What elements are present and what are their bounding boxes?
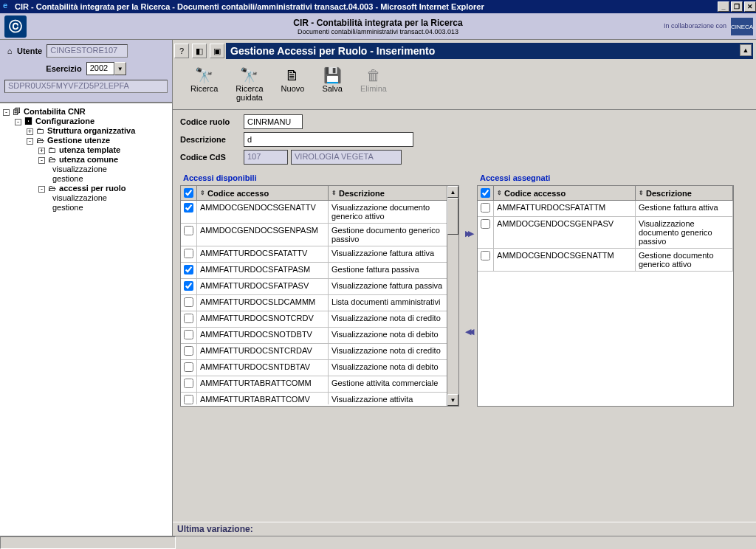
codice-cds-value: 107 — [244, 150, 288, 165]
row-desc: Visualizzazione attivita — [329, 393, 458, 404]
row-checkbox[interactable] — [184, 297, 193, 307]
disponibili-scrollbar[interactable]: ▲ ▼ — [447, 186, 458, 406]
col-codice[interactable]: Codice accesso — [504, 189, 566, 198]
window-minimize-button[interactable]: _ — [718, 1, 729, 12]
table-row[interactable]: AMMFATTURDOCSFATPASVVisualizzazione fatt… — [181, 279, 458, 295]
chevron-down-icon[interactable]: ▼ — [114, 62, 126, 75]
tree-ar-gest[interactable]: gestione — [52, 203, 83, 212]
window-title: CIR - Contabilità integrata per la Ricer… — [15, 2, 484, 11]
utente-field: CINGESTORE107 — [47, 44, 128, 58]
panel-button-2[interactable]: ◧ — [192, 44, 207, 58]
move-left-button[interactable]: ◀◀ — [465, 327, 471, 336]
tree-uc-gest[interactable]: gestione — [52, 174, 83, 183]
elimina-label: Elimina — [360, 84, 387, 93]
table-row[interactable]: AMMFATTURDOCSNTCRDAVVisualizzazione nota… — [181, 344, 458, 360]
table-row[interactable]: AMMFATTURDOCSFATATTMGestione fattura att… — [478, 201, 733, 217]
row-checkbox[interactable] — [184, 395, 193, 404]
table-row[interactable]: AMMDOCGENDOCSGENATTVVisualizzazione docu… — [181, 201, 458, 224]
row-checkbox[interactable] — [184, 249, 193, 258]
row-desc: Visualizzazione documento generico attiv… — [329, 201, 458, 223]
row-checkbox[interactable] — [184, 281, 193, 291]
ricerca-button[interactable]: 🔭 Ricerca — [190, 66, 218, 102]
row-checkbox[interactable] — [184, 226, 193, 235]
row-desc: Visualizzazione nota di debito — [329, 328, 458, 343]
right-panel: ? ◧ ▣ Gestione Accessi per Ruolo - Inser… — [173, 40, 756, 536]
row-checkbox[interactable] — [184, 362, 193, 372]
row-checkbox[interactable] — [481, 251, 490, 260]
scroll-up-icon[interactable]: ▲ — [447, 186, 458, 198]
row-checkbox[interactable] — [184, 346, 193, 356]
row-checkbox[interactable] — [184, 330, 193, 339]
col-descr[interactable]: Descrizione — [339, 189, 385, 198]
row-desc: Visualizzazione nota di credito — [329, 344, 458, 359]
elimina-button[interactable]: 🗑 Elimina — [360, 66, 387, 102]
tree-ar-visual[interactable]: visualizzazione — [52, 193, 107, 202]
search-guided-icon: 🔭 — [240, 66, 258, 84]
tree-utenza-comune[interactable]: utenza comune — [59, 155, 118, 164]
esercizio-select[interactable]: 2002 ▼ — [86, 62, 126, 75]
nuovo-label: Nuovo — [281, 84, 305, 93]
assegnati-select-all[interactable] — [481, 188, 490, 198]
sort-icon[interactable]: ⇕ — [331, 190, 337, 196]
tree-uc-visual[interactable]: visualizzazione — [52, 165, 107, 173]
window-restore-button[interactable]: ❐ — [731, 1, 743, 12]
app-collab-label: In collaborazione con — [664, 22, 726, 30]
row-checkbox[interactable] — [184, 314, 193, 323]
scroll-up-button[interactable]: ▲ — [740, 44, 752, 56]
ie-icon — [1, 1, 12, 12]
tree-toggle-icon[interactable]: + — [38, 148, 45, 154]
table-row[interactable]: AMMDOCGENDOCSGENPASMGestione documento g… — [181, 224, 458, 246]
sort-icon[interactable]: ⇕ — [200, 190, 205, 196]
table-row[interactable]: AMMFATTURDOCSNOTCRDVVisualizzazione nota… — [181, 311, 458, 328]
codice-ruolo-input[interactable] — [244, 114, 303, 129]
window-close-button[interactable]: ✕ — [744, 1, 756, 12]
tree-toggle-icon[interactable]: + — [27, 128, 33, 135]
row-checkbox[interactable] — [184, 379, 193, 388]
tree-gestione-utenze[interactable]: Gestione utenze — [47, 136, 110, 145]
action-toolbar: 🔭 Ricerca 🔭 Ricerca guidata 🗎 Nuovo 💾 Sa… — [173, 62, 756, 110]
salva-button[interactable]: 💾 Salva — [322, 66, 343, 102]
tree-toggle-icon[interactable]: - — [27, 138, 33, 145]
tree-toggle-icon[interactable]: - — [38, 186, 45, 193]
tree-utenza-template[interactable]: utenza template — [59, 145, 120, 154]
ricerca-guidata-button[interactable]: 🔭 Ricerca guidata — [236, 66, 263, 102]
table-row[interactable]: AMMDOCGENDOCSGENATTMGestione documento g… — [478, 249, 733, 272]
folder-icon: 🗀 — [35, 126, 45, 135]
tree-configurazione[interactable]: Configurazione — [35, 117, 94, 125]
row-code: AMMFATTURDOCSFATPASM — [197, 263, 329, 278]
descrizione-input[interactable] — [244, 132, 413, 147]
table-row[interactable]: AMMFATTURDOCSFATATTVVisualizzazione fatt… — [181, 246, 458, 263]
col-descr[interactable]: Descrizione — [646, 189, 692, 198]
codice-ruolo-label: Codice ruolo — [180, 117, 244, 126]
tree-toggle-icon[interactable]: - — [38, 157, 45, 164]
folder-open-icon: 🗁 — [47, 155, 57, 164]
nuovo-button[interactable]: 🗎 Nuovo — [281, 66, 305, 102]
col-codice[interactable]: Codice accesso — [207, 189, 269, 198]
ricerca-label: Ricerca — [190, 84, 218, 93]
row-checkbox[interactable] — [481, 219, 490, 229]
table-row[interactable]: AMMFATTURDOCSNTDBTAVVisualizzazione nota… — [181, 360, 458, 376]
scroll-down-icon[interactable]: ▼ — [447, 394, 458, 406]
tree-toggle-icon[interactable]: - — [15, 119, 21, 125]
tree-struttura[interactable]: Struttura organizzativa — [47, 126, 135, 135]
scroll-thumb[interactable] — [447, 198, 458, 235]
tree-toggle-icon[interactable]: - — [3, 109, 10, 116]
panel-button-3[interactable]: ▣ — [210, 44, 224, 58]
row-checkbox[interactable] — [184, 265, 193, 274]
panel-button-1[interactable]: ? — [174, 44, 189, 58]
sort-icon[interactable]: ⇕ — [497, 190, 502, 196]
table-row[interactable]: AMMFATTURDOCSNOTDBTVVisualizzazione nota… — [181, 328, 458, 344]
sort-icon[interactable]: ⇕ — [639, 190, 644, 196]
move-right-button[interactable]: ▶▶ — [465, 229, 471, 238]
row-checkbox[interactable] — [184, 203, 193, 213]
session-code-field: SDPR0UX5FMYVFZD5P2LEPFA — [4, 80, 168, 93]
tree-root[interactable]: Contabilita CNR — [24, 107, 86, 116]
table-row[interactable]: AMMDOCGENDOCSGENPASVVisualizzazione docu… — [478, 217, 733, 249]
table-row[interactable]: AMMFATTURTABRATTCOMVVisualizzazione atti… — [181, 393, 458, 404]
row-checkbox[interactable] — [481, 203, 490, 213]
tree-accessi-ruolo[interactable]: accessi per ruolo — [59, 184, 126, 193]
table-row[interactable]: AMMFATTURDOCSFATPASMGestione fattura pas… — [181, 263, 458, 279]
table-row[interactable]: AMMFATTURDOCSLDCAMMMLista documenti ammi… — [181, 295, 458, 311]
disponibili-select-all[interactable] — [184, 188, 193, 198]
table-row[interactable]: AMMFATTURTABRATTCOMMGestione attivita co… — [181, 376, 458, 393]
